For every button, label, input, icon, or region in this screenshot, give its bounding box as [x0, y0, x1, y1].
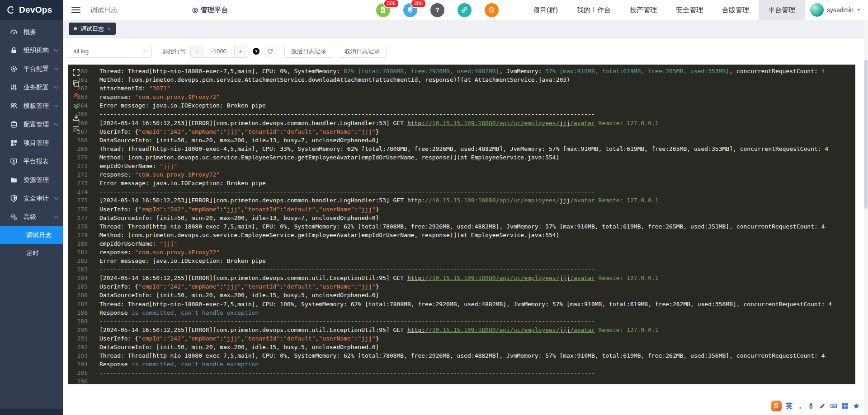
gear-icon [10, 65, 18, 73]
platform-title: ◎ 管理平台 [192, 6, 228, 14]
download-icon[interactable] [72, 114, 80, 121]
header-nav-workbench[interactable]: 我的工作台 [567, 0, 620, 20]
cancel-log-button[interactable]: 取消日志记录 [338, 45, 387, 58]
log-line: 270Method: [com.primeton.devops.uc.servi… [68, 153, 855, 162]
sidebar: DevOps 概要组织机构平台配置业务配置模板管理配置管理项目管理平台报表资源管… [0, 0, 63, 415]
tab-close-icon[interactable]: × [108, 26, 111, 32]
log-line: 278Thread: Thread[http-nio-18080-exec-7,… [68, 222, 855, 231]
ime-mic-icon[interactable] [807, 402, 815, 410]
refresh-icon [267, 48, 274, 55]
sidebar-item-project-mgmt[interactable]: 项目管理 [0, 134, 63, 152]
log-line-text: Thread: Thread[http-nio-18080-exec-7,5,m… [93, 300, 832, 308]
log-line-text: Error message: java.io.IOException: Brok… [93, 179, 266, 187]
log-line-text: [2024-05-14 16:50:12,255][ERROR][com.pri… [93, 274, 659, 282]
log-line-number: 280 [68, 239, 93, 248]
log-line-number: 278 [68, 222, 93, 231]
chevron-down-icon: ▼ [857, 8, 861, 12]
wrap-lines-icon[interactable] [72, 125, 80, 133]
help-icon[interactable]: ? [253, 48, 259, 55]
log-line: 287Thread: Thread[http-nio-18080-exec-7,… [68, 300, 855, 308]
refresh-button[interactable] [264, 45, 276, 57]
page-title: 调试日志 [90, 6, 118, 14]
log-line-number: 296 [68, 377, 93, 384]
activate-log-button[interactable]: 激活日志记录 [284, 45, 333, 58]
log-line-number: 295 [68, 368, 93, 377]
sidebar-item-security-audit[interactable]: 安全审计 [0, 189, 63, 208]
scroll-bottom-icon[interactable] [72, 103, 80, 110]
ime-toolbox-icon[interactable] [841, 402, 849, 410]
decrement-button[interactable]: - [191, 45, 203, 57]
sidebar-item-overview[interactable]: 概要 [0, 23, 63, 41]
links-button[interactable] [458, 3, 472, 17]
avatar[interactable] [810, 3, 824, 17]
header-nav-platform-mgmt[interactable]: 平台管理 [759, 0, 805, 20]
copy-icon[interactable] [72, 80, 80, 88]
badge-count: 286 [410, 0, 426, 8]
log-line: 268DataSourceInfo: [init=50, min=20, max… [68, 136, 855, 145]
user-name: sysadmin [827, 6, 854, 14]
header-nav-production-mgmt[interactable]: 投产管理 [620, 0, 666, 20]
log-line-number: 283 [68, 265, 93, 274]
question-icon: ? [434, 6, 441, 14]
log-line-number: 288 [68, 308, 93, 317]
log-line-number: 277 [68, 214, 93, 222]
sidebar-item-label: 组织机构 [24, 47, 49, 55]
sidebar-item-template-mgmt[interactable]: 模板管理 [0, 97, 63, 115]
log-line: 286DataSourceInfo: [init=50, min=20, max… [68, 291, 855, 299]
user-menu[interactable]: sysadmin ▼ [805, 3, 868, 17]
log-line-text: Thread: Thread[http-nio-18080-exec-4,5,m… [93, 145, 828, 153]
log-line-number: 286 [68, 291, 93, 299]
scrollbar-thumb[interactable] [864, 60, 868, 209]
menu-toggle-icon[interactable] [71, 5, 80, 15]
sidebar-item-label: 高级 [24, 213, 36, 221]
log-line: 260Thread: Thread[http-nio-18080-exec-7,… [68, 67, 855, 75]
log-line: 284[2024-05-14 16:50:12,255][ERROR][com.… [68, 274, 855, 282]
gauge-icon [10, 28, 18, 36]
chevron-down-icon [54, 66, 59, 70]
log-line-number: 276 [68, 205, 93, 214]
sidebar-subitem-schedule[interactable]: 定时 [0, 244, 63, 262]
disable-debug-button[interactable] [485, 3, 499, 17]
ime-lang[interactable]: 英 [786, 402, 793, 410]
scroll-top-icon[interactable] [72, 91, 80, 99]
log-line: 288Response is committed, can't handle e… [68, 308, 855, 317]
sidebar-item-config-mgmt[interactable]: 配置管理 [0, 115, 63, 134]
log-toolbar: all.log 起始行号 - -1000 + ? 激活日志记录 取消日志记录 [63, 38, 868, 65]
tab-debug-log[interactable]: 调试日志 × [69, 23, 116, 35]
log-line: 266[2024-05-14 16:50:12,253][ERROR][com.… [68, 119, 855, 127]
header-nav-release-mgmt[interactable]: 合版管理 [712, 0, 759, 20]
sidebar-item-resource-mgmt[interactable]: 资源管理 [0, 171, 63, 189]
notifications-button[interactable]: 286 [403, 3, 417, 17]
top-header: 调试日志 ◎ 管理平台 506286? 项目(群)我的工作台投产管理安全管理合版… [63, 0, 868, 20]
sidebar-item-business-config[interactable]: 业务配置 [0, 78, 63, 97]
sidebar-item-advanced[interactable]: 高级 [0, 208, 63, 226]
documents-button[interactable]: 506 [376, 3, 390, 17]
ime-skin-icon[interactable] [853, 402, 860, 410]
header-nav-projects[interactable]: 项目(群) [524, 0, 567, 20]
log-file-select[interactable]: all.log [68, 45, 152, 58]
start-line-stepper: - -1000 + [190, 45, 247, 58]
ime-punctuation[interactable]: ， [797, 402, 803, 410]
ime-keyboard-icon[interactable] [830, 402, 837, 410]
log-line-number: 273 [68, 179, 93, 187]
log-line-number: 294 [68, 360, 93, 368]
sidebar-item-label: 平台报表 [24, 158, 49, 166]
sidebar-item-label: 业务配置 [24, 84, 49, 92]
sidebar-item-platform-config[interactable]: 平台配置 [0, 60, 63, 78]
start-line-input[interactable]: -1000 [203, 45, 234, 57]
sidebar-menu: 概要组织机构平台配置业务配置模板管理配置管理项目管理平台报表资源管理安全审计高级… [0, 20, 63, 262]
help-button[interactable]: ? [430, 3, 444, 17]
sidebar-item-organization[interactable]: 组织机构 [0, 41, 63, 60]
page-scrollbar[interactable] [864, 20, 868, 415]
sidebar-subitem-debug-log[interactable]: 调试日志 [0, 226, 63, 244]
log-line-text: empIdOrUserName: "jjj" [93, 162, 177, 170]
fullscreen-icon[interactable] [72, 69, 80, 76]
increment-button[interactable]: + [234, 45, 247, 57]
header-nav-security-mgmt[interactable]: 安全管理 [666, 0, 712, 20]
tab-active-dot [74, 27, 77, 30]
monitor-icon [10, 158, 18, 165]
ime-logo[interactable]: S [771, 401, 782, 411]
app-logo[interactable]: DevOps [0, 0, 63, 20]
sidebar-item-platform-report[interactable]: 平台报表 [0, 152, 63, 171]
ime-handwriting-icon[interactable] [819, 402, 826, 410]
